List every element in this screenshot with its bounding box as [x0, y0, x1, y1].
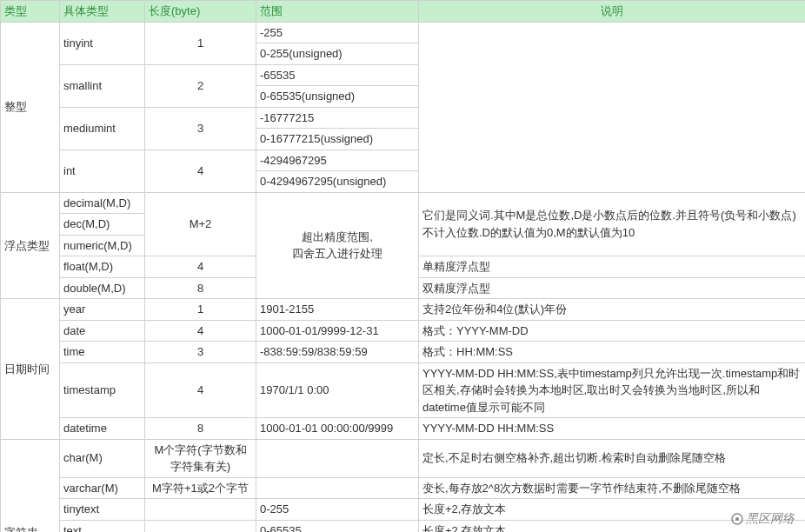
range-cell: 0-65535 — [256, 520, 419, 532]
table-row: varchar(M)M字符+1或2个字节变长,每存放2^8次方数据时需要一字节作… — [1, 477, 806, 499]
range-cell: 1000-01-01/9999-12-31 — [256, 320, 419, 342]
range-cell: -16777215 — [256, 107, 419, 129]
desc-cell: 长度+2,存放文本 — [419, 520, 806, 532]
desc-cell: 定长,不足时右侧空格补齐,超出切断.检索时自动删除尾随空格 — [419, 439, 806, 477]
subtype-cell: double(M,D) — [60, 277, 145, 299]
table-row: time3-838:59:59/838:59:59格式：HH:MM:SS — [1, 342, 806, 363]
desc-cell: 双精度浮点型 — [419, 277, 806, 299]
length-cell: M个字符(字节数和字符集有关) — [145, 439, 256, 477]
desc-cell: 它们是同义词.其中M是总位数,D是小数点后的位数.并且符号(负号和小数点)不计入… — [419, 192, 806, 256]
type-cell: 字符串 — [1, 439, 60, 532]
range-cell: 0-255(unsigned) — [256, 43, 419, 65]
range-cell: 1970/1/1 0:00 — [256, 362, 419, 418]
length-cell: 4 — [145, 150, 256, 192]
subtype-cell: decimal(M,D) — [60, 192, 145, 214]
desc-cell: 格式：HH:MM:SS — [419, 342, 806, 363]
header-length: 长度(byte) — [145, 1, 256, 23]
header-row: 类型 具体类型 长度(byte) 范围 说明 — [1, 1, 806, 23]
subtype-cell: dec(M,D) — [60, 214, 145, 236]
subtype-cell: char(M) — [60, 439, 145, 477]
datatype-table: 类型 具体类型 长度(byte) 范围 说明 整型tinyint1-2550-2… — [0, 0, 805, 532]
subtype-cell: smallint — [60, 64, 145, 107]
subtype-cell: year — [60, 299, 145, 321]
range-cell: 1901-2155 — [256, 299, 419, 321]
length-cell: 2 — [145, 64, 256, 107]
subtype-cell: tinytext — [60, 499, 145, 521]
length-cell — [145, 499, 256, 521]
subtype-cell: timestamp — [60, 362, 145, 418]
table-row: date41000-01-01/9999-12-31格式：YYYY-MM-DD — [1, 320, 806, 342]
range-cell: 1000-01-01 00:00:00/9999 — [256, 418, 419, 440]
subtype-cell: time — [60, 342, 145, 363]
desc-cell: 长度+2,存放文本 — [419, 499, 806, 521]
length-cell: M字符+1或2个字节 — [145, 477, 256, 499]
range-cell: 0-65535(unsigned) — [256, 86, 419, 108]
type-cell: 日期时间 — [1, 299, 60, 440]
subtype-cell: date — [60, 320, 145, 342]
length-cell: 8 — [145, 277, 256, 299]
length-cell: 4 — [145, 320, 256, 342]
length-cell: 4 — [145, 362, 256, 418]
table-row: 整型tinyint1-255 — [1, 22, 806, 43]
header-desc: 说明 — [419, 1, 806, 23]
range-cell: -4294967295 — [256, 150, 419, 171]
length-cell: 4 — [145, 256, 256, 278]
subtype-cell: tinyint — [60, 22, 145, 64]
type-cell: 整型 — [1, 22, 60, 192]
desc-cell: 变长,每存放2^8次方数据时需要一字节作结束符,不删除尾随空格 — [419, 477, 806, 499]
table-row: 浮点类型decimal(M,D)M+2超出精度范围, 四舍五入进行处理它们是同义… — [1, 192, 806, 214]
range-cell: 0-4294967295(unsigned) — [256, 171, 419, 193]
range-cell: 0-16777215(ussigned) — [256, 129, 419, 150]
type-cell: 浮点类型 — [1, 192, 60, 299]
desc-cell: 单精度浮点型 — [419, 256, 806, 278]
table-row: datetime81000-01-01 00:00:00/9999YYYY-MM… — [1, 418, 806, 440]
length-cell: 1 — [145, 22, 256, 64]
header-type: 类型 — [1, 1, 60, 23]
header-range: 范围 — [256, 1, 419, 23]
table-row: 日期时间year11901-2155支持2位年份和4位(默认)年份 — [1, 299, 806, 321]
subtype-cell: datetime — [60, 418, 145, 440]
range-cell: -255 — [256, 22, 419, 43]
table-row: text0-65535长度+2,存放文本 — [1, 520, 806, 532]
subtype-cell: numeric(M,D) — [60, 235, 145, 256]
table-row: 字符串char(M)M个字符(字节数和字符集有关)定长,不足时右侧空格补齐,超出… — [1, 439, 806, 477]
subtype-cell: float(M,D) — [60, 256, 145, 278]
length-cell: M+2 — [145, 192, 256, 256]
length-cell — [145, 520, 256, 532]
range-cell — [256, 477, 419, 499]
desc-cell: YYYY-MM-DD HH:MM:SS,表中timestamp列只允许出现一次.… — [419, 362, 806, 418]
table-row: tinytext0-255长度+2,存放文本 — [1, 499, 806, 521]
length-cell: 3 — [145, 342, 256, 363]
range-cell: 0-255 — [256, 499, 419, 521]
range-cell: -65535 — [256, 64, 419, 86]
length-cell: 1 — [145, 299, 256, 321]
header-subtype: 具体类型 — [60, 1, 145, 23]
table-row: timestamp41970/1/1 0:00YYYY-MM-DD HH:MM:… — [1, 362, 806, 418]
length-cell: 8 — [145, 418, 256, 440]
desc-cell: YYYY-MM-DD HH:MM:SS — [419, 418, 806, 440]
range-cell: 超出精度范围, 四舍五入进行处理 — [256, 192, 419, 299]
desc-cell — [419, 22, 806, 192]
desc-cell: 支持2位年份和4位(默认)年份 — [419, 299, 806, 321]
range-cell — [256, 439, 419, 477]
length-cell: 3 — [145, 107, 256, 150]
subtype-cell: int — [60, 150, 145, 192]
subtype-cell: text — [60, 520, 145, 532]
desc-cell: 格式：YYYY-MM-DD — [419, 320, 806, 342]
range-cell: -838:59:59/838:59:59 — [256, 342, 419, 363]
subtype-cell: varchar(M) — [60, 477, 145, 499]
subtype-cell: mediumint — [60, 107, 145, 150]
